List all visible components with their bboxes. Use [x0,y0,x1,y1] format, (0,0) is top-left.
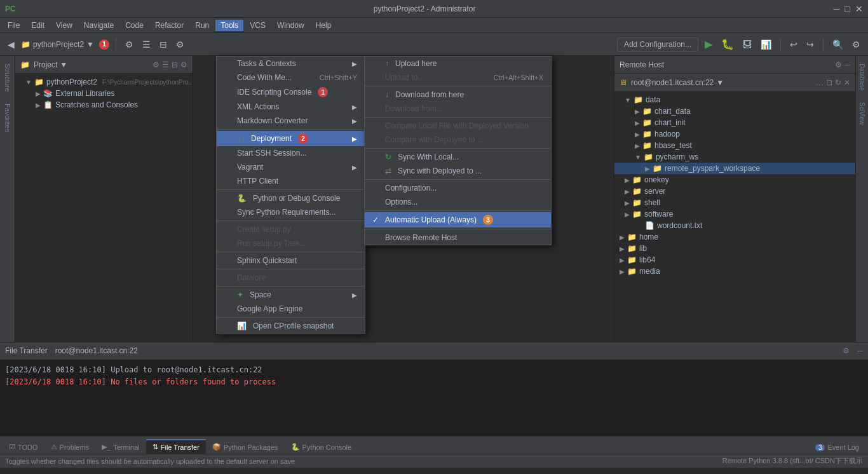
tab-python-console[interactable]: 🐍 Python Console [285,439,358,454]
left-sidebar-strip: Structure Favorites [0,56,15,342]
remote-tree-chart-init[interactable]: ▶ 📁 chart_init [614,117,855,128]
run-button[interactable]: ▶ [702,37,715,51]
run-config-button[interactable]: Add Configuration... [617,37,698,51]
sciview-tab[interactable]: SciView [857,97,867,130]
tab-python-packages[interactable]: 📦 Python Packages [206,439,285,454]
menu-markdown[interactable]: Markdown Converter ▶ [217,114,365,128]
menu-vagrant[interactable]: Vagrant ▶ [217,160,365,174]
submenu-automatic-upload[interactable]: ✓ Automatic Upload (Always) 3 [365,212,551,227]
minimize-button[interactable]: ─ [834,4,840,14]
remote-tree-shell[interactable]: ▶ 📁 shell [614,197,855,208]
submenu-sync-deployed[interactable]: ⇄ Sync with Deployed to ... [365,164,551,178]
submenu-browse-remote[interactable]: Browse Remote Host [365,231,551,245]
menu-start-ssh[interactable]: Start SSH Session... [217,146,365,160]
remote-tree-server[interactable]: ▶ 📁 server [614,186,855,197]
connection-close-icon[interactable]: ✕ [844,78,850,87]
menu-tools[interactable]: Tools [215,20,243,31]
toolbar-collapse-icon[interactable]: ☰ [140,38,153,51]
project-selector[interactable]: 📁 pythonProject2 ▼ 1 [21,39,109,50]
menu-space[interactable]: ✦ Space ▶ [217,288,365,302]
menu-code-with-me[interactable]: Code With Me... Ctrl+Shift+Y [217,71,365,85]
remote-tree-chart-data[interactable]: ▶ 📁 chart_data [614,105,855,117]
menu-cprofile[interactable]: 📊 Open CProfile snapshot [217,319,365,333]
problems-icon: ⚠ [51,443,57,451]
structure-tab[interactable]: Structure [1,58,14,97]
window-controls[interactable]: ─ □ ✕ [834,4,863,14]
submenu-options[interactable]: Options... [365,195,551,209]
remote-tree-remote-pyspark[interactable]: ▶ 📁 remote_pyspark_workspace [614,163,855,174]
toolbar-settings-icon[interactable]: ⚙ [123,38,136,51]
project-expand-icon[interactable]: ⊟ [172,60,178,69]
remote-minimize-icon[interactable]: ─ [844,60,850,69]
remote-settings-icon[interactable]: ⚙ [835,60,842,69]
menu-http-client[interactable]: HTTP Client [217,174,365,188]
remote-tree-hbase[interactable]: ▶ 📁 hbase_test [614,140,855,151]
menu-edit[interactable]: Edit [26,20,50,31]
favorites-tab[interactable]: Favorites [1,98,14,137]
tree-item-scratches[interactable]: ▶ 📋 Scratches and Consoles [15,99,193,111]
submenu-configuration[interactable]: Configuration... [365,181,551,195]
remote-tree-lib64[interactable]: ▶ 📁 lib64 [614,254,855,266]
menu-ide-scripting[interactable]: IDE Scripting Console 1 [217,85,365,100]
menu-google-app-engine[interactable]: Google App Engine [217,302,365,316]
remote-tree-data[interactable]: ▼ 📁 data [614,94,855,105]
menu-deployment[interactable]: ↑↓ Deployment 2 ▶ [217,131,365,146]
connection-dropdown[interactable]: ▼ [716,78,724,87]
menu-file[interactable]: File [3,20,25,31]
connection-more-icon[interactable]: … [816,78,824,87]
toolbar-search-button[interactable]: 🔍 [830,38,846,51]
menu-code[interactable]: Code [120,20,149,31]
tab-problems[interactable]: ⚠ Problems [44,439,95,454]
remote-tree-hadoop[interactable]: ▶ 📁 hadoop [614,128,855,140]
menu-run[interactable]: Run [190,20,214,31]
toolbar-back-btn[interactable]: ◀ [5,38,17,51]
run-coverage-button[interactable]: ⛾ [740,38,754,51]
menu-navigate[interactable]: Navigate [79,20,119,31]
file-transfer-close[interactable]: ─ [857,346,863,355]
tab-event-log[interactable]: 3 Event Log [809,440,865,454]
menu-xml-actions[interactable]: XML Actions ▶ [217,100,365,114]
connection-split-icon[interactable]: ⊡ [826,78,832,87]
project-header-dropdown[interactable]: ▼ [60,60,67,69]
project-gear-icon[interactable]: ⚙ [180,60,187,69]
remote-tree-onekey[interactable]: ▶ 📁 onekey [614,174,855,186]
remote-tree-lib[interactable]: ▶ 📁 lib [614,243,855,254]
menu-help[interactable]: Help [311,20,337,31]
close-button[interactable]: ✕ [855,4,863,14]
tree-item-pythonproject2[interactable]: ▼ 📁 pythonProject2 F:\PycharmProjects\py… [15,76,193,88]
maximize-button[interactable]: □ [845,4,850,14]
menu-vcs[interactable]: VCS [245,20,271,31]
tab-file-transfer[interactable]: ⇅ File Transfer [146,439,206,454]
toolbar-redo-button[interactable]: ↪ [804,38,817,51]
toolbar-profile-button[interactable]: 📊 [758,38,774,51]
submenu-sync-local[interactable]: ↻ Sync With Local... [365,150,551,164]
toolbar-gear-icon[interactable]: ⚙ [173,38,187,51]
remote-tree-wordcount[interactable]: 📄 wordcount.txt [614,220,855,231]
connection-refresh-icon[interactable]: ↻ [835,78,841,87]
remote-tree-pycharm-ws[interactable]: ▼ 📁 pycharm_ws [614,151,855,163]
file-transfer-settings[interactable]: ⚙ [843,346,850,355]
menu-python-debug-console[interactable]: 🐍 Python or Debug Console [217,191,365,205]
menu-sync-python-req[interactable]: Sync Python Requirements... [217,205,365,219]
project-collapse-all-icon[interactable]: ☰ [162,60,169,69]
menu-window[interactable]: Window [272,20,309,31]
remote-tree-media[interactable]: ▶ 📁 media [614,266,855,277]
remote-tree-home[interactable]: ▶ 📁 home [614,231,855,243]
menu-view[interactable]: View [51,20,78,31]
tab-todo[interactable]: ☑ TODO [3,439,44,454]
toolbar-settings-right-button[interactable]: ⚙ [850,38,863,51]
project-dropdown-icon[interactable]: ▼ [86,40,94,49]
menu-refactor[interactable]: Refactor [150,20,189,31]
toolbar-expand-icon[interactable]: ⊟ [157,38,170,51]
submenu-upload-here[interactable]: ↑ Upload here [365,57,551,71]
submenu-download-from-here[interactable]: ↓ Download from here [365,88,551,102]
tab-terminal[interactable]: ▶_ Terminal [95,439,146,454]
menu-sphinx[interactable]: Sphinx Quickstart [217,254,365,267]
database-tab[interactable]: Database [857,58,867,96]
project-settings-icon[interactable]: ⚙ [153,60,159,69]
tree-item-external-libraries[interactable]: ▶ 📚 External Libraries [15,88,193,99]
remote-tree-software[interactable]: ▶ 📁 software [614,208,855,220]
debug-button[interactable]: 🐛 [719,37,736,51]
toolbar-undo-button[interactable]: ↩ [787,38,800,51]
menu-tasks-contexts[interactable]: Tasks & Contexts ▶ [217,57,365,71]
